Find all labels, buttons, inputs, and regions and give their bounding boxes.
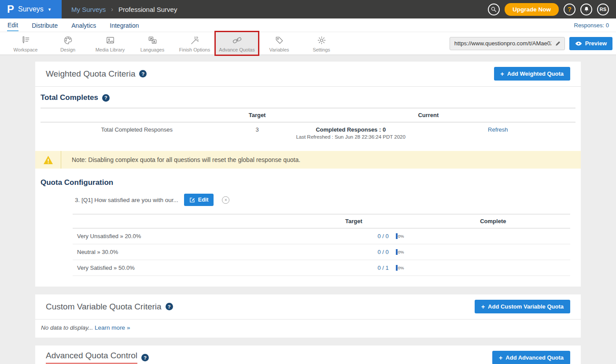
plus-icon: + xyxy=(499,355,502,361)
tab-edit[interactable]: Edit xyxy=(7,19,18,31)
notifications-button[interactable] xyxy=(580,4,592,15)
advanced-quota-title-row: Advanced Quota Control ? xyxy=(46,351,149,364)
quota-progress: 0% xyxy=(396,233,416,239)
toolbar-item-settings[interactable]: Settings xyxy=(300,32,343,55)
quota-row-target-value[interactable]: 0 / 0 xyxy=(291,249,389,255)
breadcrumb-current: Professional Survey xyxy=(118,6,177,13)
plus-icon: + xyxy=(501,71,504,77)
total-completes-help-icon[interactable]: ? xyxy=(102,94,110,102)
progress-bar xyxy=(396,265,398,271)
total-completes-header-row: Target Current xyxy=(41,108,575,122)
toolbar-item-label: Languages xyxy=(140,47,164,52)
total-completes-section: Total Completes ? Target Current Total C… xyxy=(35,87,581,146)
quota-row-target-value[interactable]: 0 / 1 xyxy=(291,265,389,271)
magic-wand-icon xyxy=(190,35,200,45)
advanced-quota-help-icon[interactable]: ? xyxy=(141,354,149,361)
search-button[interactable] xyxy=(488,4,500,15)
total-completes-target-value: 3 xyxy=(233,126,281,133)
add-weighted-quota-button[interactable]: + Add Weighted Quota xyxy=(494,67,571,81)
breadcrumb-parent-link[interactable]: My Surveys xyxy=(71,6,106,13)
toolbar-item-advance-quotas[interactable]: Advance Quotas xyxy=(216,32,258,55)
advanced-quota-card: Advanced Quota Control ? + Add Advanced … xyxy=(35,346,581,364)
quota-row-target-cell: 0 / 0 0% xyxy=(291,233,416,239)
quota-question-text: 3. [Q1] How satisfied are you with our..… xyxy=(75,197,178,203)
toolbar-item-label: Settings xyxy=(313,47,330,52)
app-menu-label: Surveys xyxy=(18,5,44,13)
custom-variable-help-icon[interactable]: ? xyxy=(166,303,173,310)
toolbar-item-label: Design xyxy=(60,47,75,52)
tab-distribute[interactable]: Distribute xyxy=(31,20,58,31)
custom-variable-empty-row: No data to display... Learn more » xyxy=(35,320,581,338)
quota-configuration-section: Quota Configuration 3. [Q1] How satisfie… xyxy=(35,169,581,287)
chain-link-icon xyxy=(232,35,242,45)
workspace-icon xyxy=(21,35,31,45)
custom-variable-title-row: Custom Variable Quota Criteria ? xyxy=(46,302,173,312)
main-content: Weighted Quota Criteria ? + Add Weighted… xyxy=(0,55,616,364)
add-weighted-quota-label: Add Weighted Quota xyxy=(507,70,564,77)
weighted-quota-card: Weighted Quota Criteria ? + Add Weighted… xyxy=(35,62,581,287)
quota-table: Target Complete Very Unsatisfied » 20.0%… xyxy=(73,214,570,276)
custom-variable-quota-card: Custom Variable Quota Criteria ? + Add C… xyxy=(35,294,581,338)
weighted-quota-title: Weighted Quota Criteria xyxy=(46,69,135,79)
total-completes-title-row: Total Completes ? xyxy=(41,93,575,102)
quota-row-target-value[interactable]: 0 / 0 xyxy=(291,233,389,239)
survey-url-input[interactable] xyxy=(450,37,565,50)
quota-row: Very Satisfied » 50.0% 0 / 1 0% xyxy=(73,260,570,276)
tab-analytics[interactable]: Analytics xyxy=(71,20,96,31)
toolbar-item-design[interactable]: Design xyxy=(47,32,89,55)
help-button[interactable]: ? xyxy=(564,4,575,15)
refresh-link[interactable]: Refresh xyxy=(488,126,508,133)
main-tab-bar: Edit Distribute Analytics Integration Re… xyxy=(0,18,616,32)
toolbar-item-workspace[interactable]: Workspace xyxy=(4,32,47,55)
bell-icon xyxy=(583,6,590,12)
empty-header-cell xyxy=(41,112,233,118)
progress-bar xyxy=(396,233,398,239)
caret-down-icon: ▾ xyxy=(48,7,51,12)
toolbar-item-label: Advance Quotas xyxy=(219,47,255,52)
upgrade-now-button[interactable]: Upgrade Now xyxy=(505,3,559,16)
edit-pencil-icon xyxy=(189,197,195,203)
note-text: Note: Disabling complex quota for all qu… xyxy=(61,151,300,169)
survey-url-group: Preview xyxy=(450,32,616,55)
quota-row-label: Very Unsatisfied » 20.0% xyxy=(73,233,291,239)
preview-button[interactable]: Preview xyxy=(569,37,612,50)
edit-url-pencil-icon[interactable] xyxy=(555,40,561,47)
remove-quota-icon[interactable]: ✕ xyxy=(222,196,229,204)
add-custom-variable-quota-button[interactable]: + Add Custom Variable Quota xyxy=(475,300,570,313)
toolbar-item-finish-options[interactable]: Finish Options xyxy=(173,32,216,55)
search-icon xyxy=(491,6,497,12)
quota-row-target-cell: 0 / 0 0% xyxy=(291,249,416,255)
current-column-header: Current xyxy=(281,112,575,118)
gear-icon xyxy=(317,35,327,45)
weighted-quota-title-row: Weighted Quota Criteria ? xyxy=(46,69,147,79)
edit-toolbar: Workspace Design Media Library Languages… xyxy=(0,32,616,55)
survey-url-wrap xyxy=(450,37,565,50)
total-completes-row-label: Total Completed Responses xyxy=(41,126,233,133)
add-advanced-quota-button[interactable]: + Add Advanced Quota xyxy=(492,351,570,364)
no-data-text: No data to display... xyxy=(41,324,93,331)
weighted-quota-header: Weighted Quota Criteria ? + Add Weighted… xyxy=(35,62,581,87)
toolbar-item-variables[interactable]: Variables xyxy=(258,32,300,55)
toolbar-item-label: Media Library xyxy=(96,47,125,52)
app-menu[interactable]: P Surveys ▾ xyxy=(0,0,62,18)
progress-bar xyxy=(396,249,398,255)
total-completes-table: Target Current Total Completed Responses… xyxy=(41,108,575,146)
toolbar-item-languages[interactable]: Languages xyxy=(131,32,173,55)
last-refreshed-timestamp: Last Refreshed : Sun Jun 28 22:36:24 PDT… xyxy=(281,134,421,140)
edit-quota-button[interactable]: Edit xyxy=(184,194,214,206)
learn-more-link[interactable]: Learn more » xyxy=(95,324,130,331)
tab-integration[interactable]: Integration xyxy=(109,20,139,31)
total-completes-current-cell: Completed Responses : 0 Last Refreshed :… xyxy=(281,126,421,140)
progress-percent: 0% xyxy=(398,265,404,270)
quota-progress: 0% xyxy=(396,249,416,255)
note-icon-cell xyxy=(35,151,61,169)
weighted-quota-help-icon[interactable]: ? xyxy=(139,70,147,77)
responses-count: Responses: 0 xyxy=(574,22,609,29)
toolbar-item-label: Workspace xyxy=(14,47,38,52)
target-column-header: Target xyxy=(233,112,281,118)
plus-icon: + xyxy=(481,304,485,310)
avatar-initials: RS xyxy=(600,7,606,12)
toolbar-item-media-library[interactable]: Media Library xyxy=(89,32,131,55)
quota-row-label: Neutral » 30.0% xyxy=(73,249,291,255)
avatar[interactable]: RS xyxy=(597,4,609,15)
